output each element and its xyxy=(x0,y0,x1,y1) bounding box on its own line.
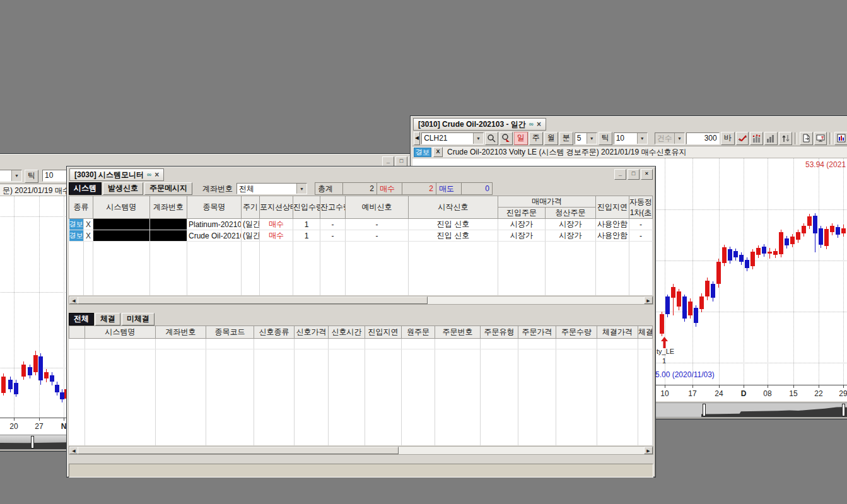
maximize-button[interactable]: □ xyxy=(628,169,640,180)
summary-strip: 총계 2 매수 2 매도 0 xyxy=(315,182,493,195)
close-icon[interactable]: × xyxy=(537,119,541,130)
volume-signal-icon[interactable] xyxy=(750,132,763,145)
col-entry-order[interactable]: 진입주문 xyxy=(498,208,546,219)
monitor-window-controls: _ □ × xyxy=(614,169,653,180)
col-fill-qty[interactable]: 체결수량 xyxy=(638,325,653,338)
col-system[interactable]: 시스템명 xyxy=(93,196,150,219)
chevron-down-icon[interactable]: ▼ xyxy=(11,170,21,181)
col-order-qty[interactable]: 주문수량 xyxy=(556,325,597,338)
col-original-order[interactable]: 원주문 xyxy=(402,325,435,338)
period-day-button[interactable]: 일 xyxy=(514,132,528,145)
remove-button[interactable]: X xyxy=(84,219,93,230)
tick-button[interactable]: 틱 xyxy=(599,132,612,145)
col-blank xyxy=(69,325,85,338)
col-entry-delay[interactable]: 진입지연 xyxy=(596,196,629,219)
axis-tick-label: 08 xyxy=(763,389,771,398)
bar-count-input[interactable]: 300 xyxy=(686,132,720,144)
candle-body xyxy=(60,392,64,399)
bar-unit-button[interactable]: 바 xyxy=(721,132,735,145)
minimize-button[interactable]: _ xyxy=(614,169,626,180)
scroll-left-icon[interactable]: ◀ xyxy=(69,447,78,454)
col-period[interactable]: 주기 xyxy=(242,196,260,219)
tab-signals[interactable]: 발생신호 xyxy=(103,182,143,195)
col-start-signal[interactable]: 시작신호 xyxy=(409,196,498,219)
period-minute-button[interactable]: 분 xyxy=(559,132,573,145)
chart-alert-row: 경보 X Crude Oil-202103 Volty LE (시스템 경보주문… xyxy=(412,146,847,158)
col-auto[interactable]: 자동정 1차(초 xyxy=(629,196,653,219)
tab-unfilled[interactable]: 미체결 xyxy=(122,313,155,325)
candle-body xyxy=(699,296,704,309)
tick-button[interactable]: 틱 xyxy=(25,170,38,183)
scroll-right-icon[interactable]: ▶ xyxy=(644,296,653,304)
chevron-down-icon[interactable]: ▼ xyxy=(637,133,647,144)
navigator-volume-silhouette xyxy=(701,403,847,417)
candle-body xyxy=(716,262,721,284)
navigator-end-handle[interactable] xyxy=(842,404,845,416)
col-exit-order[interactable]: 청산주문 xyxy=(546,208,596,219)
account-select[interactable]: 전체 ▼ xyxy=(237,183,307,194)
top-table-hscrollbar[interactable]: ◀ ▶ xyxy=(69,296,653,305)
prev-symbol-button[interactable]: ◀ xyxy=(414,132,420,145)
tick-select[interactable]: 10 ▼ xyxy=(614,132,648,144)
minute-select[interactable]: 5 ▼ xyxy=(575,132,597,144)
col-position[interactable]: 포지션상태 xyxy=(260,196,293,219)
col-account[interactable]: 계좌번호 xyxy=(156,325,206,338)
scroll-thumb[interactable] xyxy=(78,447,399,454)
scroll-left-icon[interactable]: ◀ xyxy=(69,296,78,304)
period-week-button[interactable]: 주 xyxy=(529,132,543,145)
close-icon[interactable]: × xyxy=(155,169,159,180)
col-signal-time[interactable]: 신호시간 xyxy=(329,325,365,338)
tab-all-orders[interactable]: 전체 xyxy=(69,313,94,325)
col-reserve-signal[interactable]: 예비신호 xyxy=(346,196,409,219)
sell-count: 0 xyxy=(462,183,492,194)
col-order-type[interactable]: 주문유형 xyxy=(481,325,518,338)
chevron-down-icon[interactable]: ▼ xyxy=(473,133,483,144)
col-account[interactable]: 계좌번호 xyxy=(150,196,187,219)
minute-select[interactable]: 5 ▼ xyxy=(0,170,22,182)
signal-line-icon[interactable] xyxy=(736,132,749,145)
col-entry-qty[interactable]: 진입수량 xyxy=(293,196,320,219)
table-row[interactable]: 경보 X Crude Oil-202103 (일간) 매수 1 - - 진입 신… xyxy=(69,230,653,242)
system-name-redacted xyxy=(93,219,150,230)
col-symbol-code[interactable]: 종목코드 xyxy=(206,325,254,338)
col-signal-type[interactable]: 신호종류 xyxy=(254,325,295,338)
monitor-title-tab[interactable]: [3030] 시스템모니터 ∞ × xyxy=(69,168,164,181)
col-system[interactable]: 시스템명 xyxy=(85,325,156,338)
sort-arrows-icon[interactable] xyxy=(779,132,792,145)
table-row[interactable]: 경보 X Platinum-202104 (일간) 매수 1 - - 진입 신호… xyxy=(69,219,653,230)
position-cell: 매수 xyxy=(260,230,293,242)
col-order-number[interactable]: 주문번호 xyxy=(435,325,481,338)
col-instrument[interactable]: 종목명 xyxy=(187,196,242,219)
col-order-price[interactable]: 주문가격 xyxy=(518,325,556,338)
tab-order-messages[interactable]: 주문메시지 xyxy=(144,182,192,195)
period-month-button[interactable]: 월 xyxy=(544,132,558,145)
chevron-down-icon[interactable]: ▼ xyxy=(587,133,597,144)
scroll-right-icon[interactable]: ▶ xyxy=(644,447,653,454)
col-signal-price[interactable]: 신호가격 xyxy=(295,325,329,338)
volume-bars-icon[interactable] xyxy=(764,132,778,145)
col-balance-qty[interactable]: 잔고수량 xyxy=(320,196,346,219)
orders-tabs-row: 전체 체결 미체결 xyxy=(69,312,653,325)
document-icon[interactable] xyxy=(800,132,813,145)
col-group-price[interactable]: 매매가격 xyxy=(498,196,596,208)
navigator-start-handle[interactable] xyxy=(703,404,706,416)
col-kind[interactable]: 종류 xyxy=(69,196,93,219)
col-fill-price[interactable]: 체결가격 xyxy=(597,325,638,338)
close-button[interactable]: × xyxy=(641,169,653,180)
orders-table-hscrollbar[interactable]: ◀ ▶ xyxy=(69,446,653,455)
chart-window-title-tab[interactable]: [3010] Crude Oil-202103 - 일간 ∞ × xyxy=(413,118,546,131)
search-icon[interactable] xyxy=(485,132,498,145)
count-select: 건수 ▼ xyxy=(655,132,685,144)
screen-capture-icon[interactable] xyxy=(814,132,827,145)
symbol-select[interactable]: CLH21 ▼ xyxy=(421,132,484,144)
remove-button[interactable]: X xyxy=(84,230,93,242)
tab-filled[interactable]: 체결 xyxy=(95,313,120,325)
tab-system[interactable]: 시스템 xyxy=(69,182,102,195)
search-jump-icon[interactable] xyxy=(499,132,513,145)
navigator-handle[interactable] xyxy=(31,436,34,448)
alert-close-button[interactable]: X xyxy=(433,147,443,157)
scroll-thumb[interactable] xyxy=(78,296,428,304)
chevron-down-icon[interactable]: ▼ xyxy=(296,184,307,194)
indicator-icon[interactable] xyxy=(834,132,847,145)
col-entry-delay[interactable]: 진입지연 xyxy=(365,325,402,338)
